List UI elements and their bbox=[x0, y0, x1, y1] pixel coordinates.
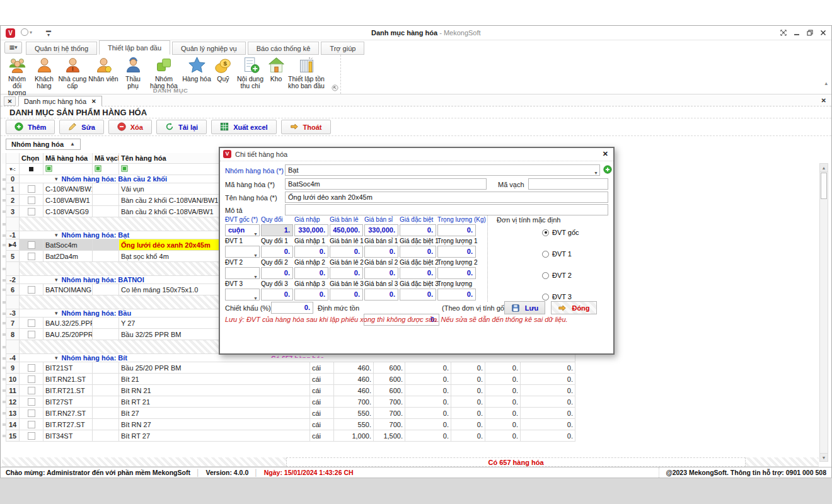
unit-value-input[interactable]: 450,000. bbox=[330, 224, 363, 236]
unit-combo-3[interactable]: ▼ bbox=[225, 289, 260, 301]
ribbon-item-customer[interactable]: Khách hàng bbox=[31, 55, 57, 89]
discount-input[interactable]: 0. bbox=[271, 302, 313, 314]
unit-value-input[interactable]: 0. bbox=[400, 224, 436, 236]
code-input[interactable]: BatSoc4m bbox=[285, 178, 487, 190]
row-checkbox[interactable] bbox=[20, 419, 43, 430]
fullscreen-icon[interactable] bbox=[780, 30, 787, 36]
ribbon-collapse-icon[interactable]: ▴ bbox=[824, 80, 828, 86]
delete-button[interactable]: Xóa bbox=[108, 120, 152, 134]
radio-option-đvt-3[interactable]: ĐVT 3 bbox=[542, 293, 572, 301]
row-checkbox[interactable] bbox=[20, 362, 43, 374]
unit-combo-2[interactable]: ▼ bbox=[225, 267, 260, 279]
scroll-up-icon[interactable]: ▲ bbox=[820, 164, 828, 172]
radio-option-đvt-1[interactable]: ĐVT 1 bbox=[542, 250, 572, 258]
excel-button[interactable]: Xuất excel bbox=[211, 120, 276, 134]
unit-value-input[interactable]: 0. bbox=[261, 246, 293, 258]
row-checkbox[interactable] bbox=[20, 396, 43, 408]
vertical-scrollbar[interactable]: ▲ ▼ bbox=[819, 163, 828, 462]
collapse-triangle-icon[interactable]: ▾ bbox=[55, 232, 58, 238]
collapse-triangle-icon[interactable]: ▾ bbox=[55, 277, 58, 283]
unit-value-input[interactable]: 0. bbox=[437, 224, 476, 236]
ribbon-item-product-star[interactable]: Hàng hóa bbox=[181, 55, 212, 83]
unit-value-input[interactable]: 0. bbox=[400, 289, 436, 301]
ribbon-item-supplier[interactable]: Nhà cung cấp bbox=[57, 55, 88, 89]
row-checkbox[interactable] bbox=[20, 284, 43, 295]
unit-value-input[interactable]: 0. bbox=[400, 246, 436, 258]
scroll-down-icon[interactable]: ▼ bbox=[820, 453, 828, 461]
chevron-down-icon[interactable]: ▼ bbox=[253, 272, 258, 282]
radio-option-đvt-gốc[interactable]: ĐVT gốc bbox=[542, 229, 579, 236]
name-input[interactable]: Ống lưới dẻo xanh 20x45m bbox=[285, 192, 608, 203]
row-checkbox[interactable] bbox=[20, 239, 43, 251]
add-group-icon[interactable] bbox=[603, 165, 612, 175]
filter-cell[interactable] bbox=[93, 164, 119, 175]
unit-value-input[interactable]: 0. bbox=[294, 246, 328, 258]
unit-value-input[interactable]: 330,000. bbox=[294, 224, 328, 236]
group-combo[interactable]: Bạt▼ bbox=[285, 164, 600, 176]
dialog-close-icon[interactable]: ✕ bbox=[603, 150, 608, 158]
save-button[interactable]: Lưu bbox=[504, 301, 545, 314]
unit-value-input[interactable]: 0. bbox=[330, 267, 363, 279]
row-checkbox[interactable] bbox=[20, 206, 43, 217]
tab-danh-muc-hang-hoa[interactable]: Danh mục hàng hóa✕ bbox=[18, 96, 102, 106]
column-header-3[interactable]: Mã vạch bbox=[93, 153, 119, 164]
row-checkbox[interactable] bbox=[20, 408, 43, 419]
ribbon-item-initial-stock[interactable]: Thiết lập tồn kho ban đầu bbox=[286, 55, 327, 89]
unit-value-input[interactable]: 0. bbox=[261, 289, 293, 301]
unit-value-input[interactable]: 330,000. bbox=[364, 224, 398, 236]
ribbon-tab-thiết-lập-ban-đầu[interactable]: Thiết lập ban đầu bbox=[99, 40, 170, 55]
reload-button[interactable]: Tải lại bbox=[156, 120, 207, 134]
close-icon[interactable] bbox=[820, 30, 826, 36]
unit-value-input[interactable]: 0. bbox=[364, 246, 398, 258]
ribbon-item-fund-coins[interactable]: $Quỹ bbox=[212, 55, 234, 83]
tab-close-all-button[interactable]: ✕ bbox=[4, 96, 16, 106]
unit-value-input[interactable]: 0. bbox=[364, 289, 398, 301]
desc-input[interactable] bbox=[285, 204, 608, 215]
row-checkbox[interactable] bbox=[20, 430, 43, 442]
unit-value-input[interactable]: 0. bbox=[330, 289, 363, 301]
column-header-1[interactable]: Chọn bbox=[20, 153, 43, 164]
quick-access-customize-button[interactable]: ▬▾ bbox=[46, 28, 51, 37]
ribbon-item-income-content[interactable]: Nội dung thu chi bbox=[234, 55, 267, 89]
tab-close-icon[interactable]: ✕ bbox=[91, 96, 96, 106]
row-checkbox[interactable] bbox=[20, 385, 43, 396]
close-button[interactable]: Đóng bbox=[551, 301, 597, 314]
exit-button[interactable]: Thoát bbox=[281, 120, 331, 134]
minimize-icon[interactable] bbox=[794, 30, 800, 36]
row-checkbox[interactable] bbox=[20, 195, 43, 206]
row-checkbox[interactable] bbox=[20, 329, 43, 340]
radio-icon[interactable] bbox=[542, 251, 549, 258]
close-document-icon[interactable]: ✕ bbox=[821, 97, 826, 104]
unit-value-input[interactable]: 1. bbox=[261, 224, 293, 236]
ribbon-item-product-group[interactable]: Nhóm hàng hóa bbox=[147, 55, 181, 89]
collapse-triangle-icon[interactable]: ▾ bbox=[55, 176, 58, 182]
collapse-triangle-icon[interactable]: ▾ bbox=[55, 355, 58, 361]
unit-value-input[interactable]: 0. bbox=[400, 267, 436, 279]
add-button[interactable]: Thêm bbox=[6, 120, 55, 134]
chevron-down-icon[interactable]: ▼ bbox=[253, 250, 258, 261]
unit-value-input[interactable]: 0. bbox=[294, 267, 328, 279]
group-by-chip[interactable]: Nhóm hàng hóa ▲ bbox=[6, 139, 81, 150]
edit-button[interactable]: Sửa bbox=[59, 120, 103, 134]
unit-value-input[interactable]: 0. bbox=[364, 267, 398, 279]
quick-access-button[interactable]: ▾ bbox=[21, 28, 32, 36]
row-checkbox[interactable] bbox=[20, 183, 43, 195]
radio-icon[interactable] bbox=[542, 294, 549, 301]
unit-value-input[interactable]: 0. bbox=[261, 267, 293, 279]
radio-option-đvt-2[interactable]: ĐVT 2 bbox=[542, 272, 572, 279]
unit-combo-1[interactable]: ▼ bbox=[225, 246, 260, 258]
ribbon-tab-quản-lý-nghiệp-vụ[interactable]: Quản lý nghiệp vụ bbox=[172, 42, 246, 55]
barcode-input[interactable] bbox=[528, 178, 608, 190]
restore-icon[interactable] bbox=[807, 30, 813, 36]
chevron-down-icon[interactable]: ▼ bbox=[253, 229, 258, 239]
chevron-down-icon[interactable]: ▼ bbox=[253, 293, 258, 304]
chevron-down-icon[interactable]: ▼ bbox=[594, 168, 598, 178]
radio-icon[interactable] bbox=[542, 229, 549, 236]
application-menu-button[interactable]: ▦▾ bbox=[4, 42, 22, 54]
ribbon-item-employee[interactable]: Nhân viên bbox=[88, 55, 119, 83]
unit-value-input[interactable]: 0. bbox=[437, 267, 476, 279]
radio-icon[interactable] bbox=[542, 272, 549, 279]
unit-value-input[interactable]: 0. bbox=[294, 289, 328, 301]
scrollbar-thumb[interactable] bbox=[821, 173, 827, 199]
unit-combo-0[interactable]: cuộn▼ bbox=[225, 224, 260, 236]
